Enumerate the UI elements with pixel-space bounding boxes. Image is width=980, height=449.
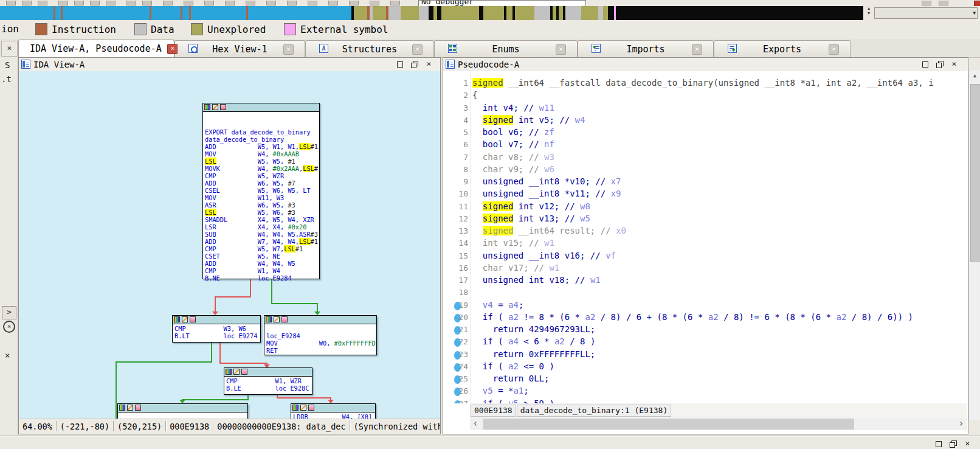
code-line[interactable]: 13 signed __int64 result; // x0 (443, 226, 968, 238)
asm-line[interactable]: ADD W6, W5, #7 (205, 179, 319, 187)
code-line[interactable]: 5 bool v6; // zf (443, 127, 968, 139)
graph-view[interactable]: EXPORT data_decode_to_binarydata_decode_… (19, 71, 440, 420)
block-disassembly[interactable]: loc_E9284MOV W0, #0xFFFFFFFDRET (266, 324, 376, 354)
code-line[interactable]: 16 char v17; // w1 (443, 263, 968, 275)
dock-close-circle-icon[interactable]: × (3, 321, 15, 333)
code-line[interactable]: 9 unsigned __int8 *v10; // x7 (443, 176, 968, 189)
basic-block[interactable]: EXPORT data_decode_to_binarydata_decode_… (202, 103, 320, 279)
asm-line[interactable]: ASR W6, W5, #3 (205, 201, 319, 209)
code-text[interactable]: signed int v13; // w5 (472, 214, 590, 223)
maximize-icon[interactable] (934, 440, 942, 448)
code-text[interactable]: int v15; // w1 (472, 238, 554, 248)
code-text[interactable]: char v8; // w3 (472, 152, 554, 162)
code-line[interactable]: 24 if ( a2 <= 0 ) (443, 361, 968, 374)
block-titlebar[interactable] (264, 316, 376, 324)
float-icon[interactable] (936, 60, 944, 68)
code-line[interactable]: 8 char v9; // w6 (443, 164, 968, 176)
code-line[interactable]: 10 unsigned __int8 *v11; // x9 (443, 189, 968, 201)
tab-ida-view-a-pseudocode-a[interactable]: IDA View-A, Pseudocode-A× (18, 40, 174, 57)
frame-icon[interactable] (220, 104, 226, 110)
asm-line[interactable]: data_decode_to_binary (205, 136, 319, 143)
block-titlebar[interactable] (173, 316, 260, 324)
toolbar-button-icon[interactable] (184, 1, 193, 5)
scroll-left-icon[interactable]: ‹ (470, 418, 481, 430)
code-line[interactable]: 21 return 4294967293LL; (443, 324, 968, 336)
asm-line[interactable]: MOV W0, #0xFFFFFFFD (266, 339, 376, 347)
asm-line[interactable]: loc_E9284 (266, 332, 376, 339)
code-text[interactable]: unsigned __int8 *v10; // x7 (472, 176, 621, 186)
tab-enums[interactable]: Enums× (434, 40, 578, 57)
tab-exports[interactable]: ✱Exports× (714, 40, 851, 57)
block-titlebar[interactable] (118, 404, 247, 412)
asm-line[interactable]: SUB W4, W4, W5,ASR#31 (205, 231, 319, 238)
frame-icon[interactable] (241, 369, 247, 375)
asm-line[interactable]: EXPORT data_decode_to_binary (205, 128, 319, 136)
code-line[interactable]: 18 (443, 287, 968, 299)
dock-expand-button[interactable]: > (2, 306, 16, 319)
toolbar-button-icon[interactable] (390, 1, 400, 5)
edit-icon[interactable] (212, 104, 218, 110)
toolbar-button-icon[interactable] (287, 1, 297, 5)
code-line[interactable]: 20 if ( a2 != 8 * (6 * a2 / 8) / 6 + (8 … (443, 312, 968, 324)
tab-close-icon[interactable]: × (556, 44, 566, 55)
palette-icon[interactable] (174, 316, 180, 322)
asm-line[interactable]: LSR X4, X4, #0x20 (205, 223, 319, 231)
code-text[interactable]: char v9; // w6 (472, 164, 554, 174)
asm-line[interactable] (266, 325, 376, 332)
toolbar-button-icon[interactable] (370, 1, 379, 5)
toolbar-button-icon[interactable] (106, 1, 116, 5)
code-text[interactable]: v4 = a4; (472, 300, 523, 310)
vertical-scrollbar[interactable]: ▲ (968, 71, 980, 420)
asm-line[interactable]: CMP W1, WZR (226, 377, 311, 385)
close-icon[interactable]: × (964, 440, 971, 448)
asm-line[interactable]: CSET W5, NE (205, 252, 319, 260)
block-disassembly[interactable]: CMP W1, WZRB.LE loc_E928C (226, 376, 311, 392)
code-line[interactable]: 25 return 0LL; (443, 374, 968, 386)
asm-line[interactable]: MOVK W4, #0x2AAA,LSL#16 (205, 165, 319, 172)
scrollbar-thumb[interactable] (483, 419, 854, 430)
horizontal-scrollbar[interactable]: ‹› (470, 418, 967, 430)
tab-close-icon[interactable]: × (692, 44, 702, 55)
frame-icon[interactable] (308, 405, 314, 411)
code-line[interactable]: 22 if ( a4 < 6 * a2 / 8 ) (443, 336, 968, 349)
asm-line[interactable]: CMP W5, W7,LSL#1 (205, 245, 319, 252)
tab-imports[interactable]: ✱Imports× (578, 40, 714, 57)
asm-line[interactable]: CSEL W5, W6, W5, LT (205, 187, 319, 194)
code-text[interactable]: v5 = *a1; (472, 386, 529, 395)
code-line[interactable]: 26 v5 = *a1; (443, 386, 968, 398)
code-line[interactable]: 7 char v8; // w3 (443, 152, 968, 164)
code-line[interactable]: 6 bool v7; // nf (443, 139, 968, 151)
asm-line[interactable]: CMP W3, W6 (174, 325, 260, 332)
code-text[interactable]: signed int v5; // w4 (472, 115, 585, 125)
code-line[interactable]: 3 int v4; // w11 (443, 103, 968, 115)
toolbar-button-icon[interactable] (922, 1, 931, 5)
code-text[interactable]: signed __int64 result; // x0 (472, 226, 626, 235)
basic-block[interactable]: CMP W1, WZRB.LE loc_E928C (224, 367, 312, 395)
code-text[interactable]: unsigned __int8 *v11; // x9 (472, 189, 621, 198)
tab-close-icon[interactable]: × (412, 44, 423, 55)
code-text[interactable]: int v4; // w11 (472, 103, 554, 113)
code-text[interactable]: { (472, 90, 477, 100)
code-line[interactable]: 23 return 0xFFFFFFFFLL; (443, 349, 968, 361)
toolbar-button-icon[interactable] (74, 1, 84, 5)
block-titlebar[interactable] (291, 404, 375, 412)
asm-line[interactable]: B.LE loc_E928C (226, 385, 311, 392)
scroll-up-icon[interactable]: ▲ (969, 71, 980, 81)
asm-line[interactable]: CMP W1, W4 (205, 267, 319, 274)
frame-icon[interactable] (190, 316, 196, 322)
basic-block[interactable]: CMP W3, W6B.LT loc_E9274 (172, 315, 261, 343)
toolbar-button-icon[interactable] (225, 1, 235, 5)
code-text[interactable]: signed __int64 __fastcall data_decode_to… (472, 78, 934, 88)
toolbar-button-icon[interactable] (22, 1, 32, 5)
code-text[interactable]: bool v7; // nf (472, 139, 554, 149)
code-text[interactable]: if ( v5 > 59 ) (472, 399, 554, 404)
tab-close-icon[interactable]: × (283, 44, 294, 55)
code-line[interactable]: 14 int v15; // w1 (443, 238, 968, 250)
float-icon[interactable] (949, 440, 957, 448)
asm-line[interactable]: B.NE loc_E9284 (205, 274, 319, 282)
basic-block[interactable]: LDRB W4, [X0] (291, 403, 376, 420)
basic-block[interactable] (117, 403, 248, 420)
code-line[interactable]: 17 unsigned int v18; // w1 (443, 275, 968, 287)
code-line[interactable]: 15 unsigned __int8 v16; // vf (443, 251, 968, 263)
block-disassembly[interactable]: EXPORT data_decode_to_binarydata_decode_… (205, 111, 319, 282)
